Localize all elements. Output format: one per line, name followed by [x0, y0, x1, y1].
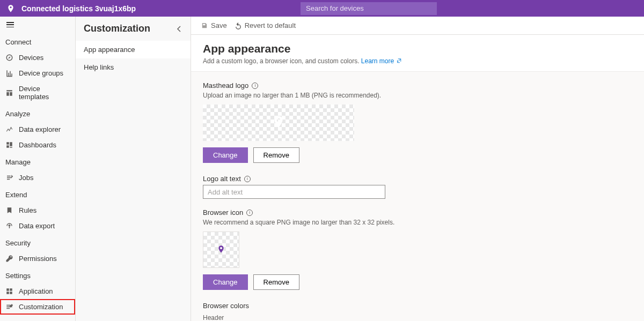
sidebar-item-data-export[interactable]: Data export	[0, 218, 75, 234]
sidebar-item-device-templates[interactable]: Device templates	[0, 81, 75, 104]
pin-icon	[272, 113, 286, 131]
template-icon	[5, 89, 13, 97]
barchart-icon	[5, 69, 13, 77]
sidebar-item-label: Data export	[19, 222, 55, 230]
sidebar-group-label: Settings	[0, 266, 75, 283]
browser-colors-label: Browser colors	[203, 302, 632, 310]
sidebar-item-label: Dashboards	[19, 141, 56, 149]
external-link-icon	[396, 58, 401, 63]
sidebar-item-label: Permissions	[19, 255, 57, 263]
page-description: Add a custom logo, a browser icon, and c…	[203, 57, 632, 65]
save-button[interactable]: Save	[201, 21, 227, 29]
browser-icon-remove-button[interactable]: Remove	[253, 274, 299, 290]
grid-icon	[5, 287, 13, 295]
sidebar-group-label: Analyze	[0, 104, 75, 122]
sidebar-item-permissions[interactable]: Permissions	[0, 251, 75, 266]
compass-icon	[5, 54, 13, 62]
browser-icon-hint: We recommend a square PNG image no large…	[203, 219, 632, 226]
sidebar-item-devices[interactable]: Devices	[0, 50, 75, 65]
sidebar-item-application[interactable]: Application	[0, 283, 75, 299]
browser-icon-change-button[interactable]: Change	[203, 274, 248, 290]
sidebar-item-device-groups[interactable]: Device groups	[0, 65, 75, 81]
subnav-item-help-links[interactable]: Help links	[76, 58, 191, 76]
masthead-remove-button[interactable]: Remove	[253, 147, 299, 163]
app-title: Connected logistics 3vuaj1x6bp	[21, 4, 136, 13]
sidebar-item-dashboards[interactable]: Dashboards	[0, 137, 75, 153]
info-icon[interactable]: i	[252, 83, 258, 89]
learn-more-link[interactable]: Learn more	[361, 57, 401, 65]
sidebar-item-jobs[interactable]: Jobs	[0, 170, 75, 185]
alt-text-input[interactable]	[203, 185, 385, 199]
toolbar: Save Revert to default	[191, 17, 644, 35]
browser-icon-label: Browser icon i	[203, 208, 632, 217]
sidebar-group-label: Connect	[0, 33, 75, 50]
linechart-icon	[5, 125, 13, 133]
sidebar-item-label: Device groups	[19, 69, 63, 77]
sidebar-group-label: Security	[0, 234, 75, 251]
masthead-change-button[interactable]: Change	[203, 147, 248, 163]
export-icon	[5, 222, 13, 230]
masthead-label: Masthead logo i	[203, 81, 632, 89]
content: Save Revert to default App appearance Ad…	[191, 17, 644, 321]
chevron-left-icon[interactable]	[176, 26, 182, 32]
search-input[interactable]	[301, 2, 437, 15]
browser-icon-preview	[203, 232, 239, 268]
sidebar-item-rules[interactable]: Rules	[0, 203, 75, 218]
pin-icon	[217, 243, 225, 255]
sidebar-item-customization[interactable]: Customization	[0, 299, 75, 315]
sidebar-item-label: Rules	[19, 206, 36, 214]
sidebar: ConnectDevicesDevice groupsDevice templa…	[0, 17, 76, 321]
alt-label: Logo alt text i	[203, 175, 632, 183]
sidebar-group-label: Extend	[0, 185, 75, 203]
header-color-label: Header	[203, 314, 632, 321]
subnav-title: Customization	[84, 23, 150, 34]
info-icon[interactable]: i	[246, 210, 253, 216]
sidebar-item-label: Jobs	[19, 174, 33, 182]
save-icon	[201, 22, 208, 29]
masthead-hint: Upload an image no larger than 1 MB (PNG…	[203, 92, 632, 99]
app-header: Connected logistics 3vuaj1x6bp	[0, 0, 644, 17]
sidebar-group-label: Manage	[0, 153, 75, 170]
masthead-logo-preview	[203, 104, 354, 141]
customize-icon	[5, 303, 13, 311]
sidebar-item-label: Data explorer	[19, 125, 61, 133]
revert-icon	[235, 22, 242, 29]
sidebar-item-label: Device templates	[19, 85, 70, 101]
sidebar-item-label: Customization	[19, 303, 63, 311]
rules-icon	[5, 206, 13, 214]
jobs-icon	[5, 174, 13, 182]
subnav-item-app-appearance[interactable]: App appearance	[76, 41, 191, 58]
location-pin-icon	[6, 4, 15, 13]
sidebar-item-data-explorer[interactable]: Data explorer	[0, 122, 75, 137]
dashboard-icon	[5, 141, 13, 149]
info-icon[interactable]: i	[244, 176, 251, 182]
sidebar-item-label: Devices	[19, 54, 43, 62]
sidebar-item-label: Application	[19, 287, 53, 295]
page-title: App appearance	[203, 42, 632, 55]
search-wrap	[301, 2, 437, 15]
key-icon	[5, 255, 13, 263]
hamburger-button[interactable]	[0, 17, 75, 33]
subnav: Customization App appearanceHelp links	[76, 17, 191, 321]
revert-button[interactable]: Revert to default	[235, 21, 296, 29]
